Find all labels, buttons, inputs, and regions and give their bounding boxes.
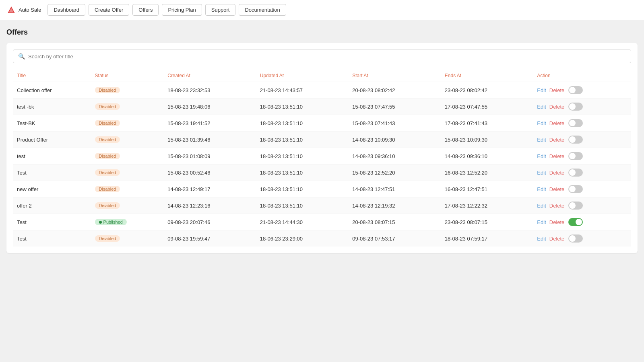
cell-start-at: 14-08-23 10:09:30	[348, 132, 441, 148]
col-action: Action	[533, 70, 631, 82]
cell-start-at: 20-08-23 08:02:42	[348, 82, 441, 99]
app-logo	[6, 5, 16, 15]
cell-status: Disabled	[91, 99, 164, 115]
cell-start-at: 14-08-23 09:36:10	[348, 148, 441, 165]
toggle-slider	[568, 119, 583, 127]
edit-button[interactable]: Edit	[537, 104, 546, 110]
cell-start-at: 14-08-23 12:47:51	[348, 181, 441, 197]
edit-button[interactable]: Edit	[537, 203, 546, 209]
delete-button[interactable]: Delete	[549, 219, 565, 225]
cell-status: Disabled	[91, 115, 164, 132]
cell-ends-at: 14-08-23 09:36:10	[441, 148, 533, 165]
cell-status: Disabled	[91, 82, 164, 99]
nav-create-offer[interactable]: Create Offer	[89, 4, 129, 16]
cell-action: EditDelete	[533, 132, 631, 148]
cell-status: Disabled	[91, 181, 164, 197]
action-cell: EditDelete	[537, 185, 627, 193]
status-badge: Disabled	[95, 202, 120, 209]
cell-created-at: 15-08-23 01:08:09	[163, 148, 256, 165]
action-cell: EditDelete	[537, 86, 627, 94]
action-cell: EditDelete	[537, 218, 627, 226]
delete-button[interactable]: Delete	[549, 104, 565, 110]
col-updated-at: Updated At	[256, 70, 349, 82]
cell-updated-at: 18-08-23 13:51:10	[256, 165, 349, 181]
status-badge: Disabled	[95, 136, 120, 143]
toggle-switch[interactable]	[568, 234, 583, 243]
offers-table: Title Status Created At Updated At Start…	[13, 70, 631, 247]
table-header-row: Title Status Created At Updated At Start…	[13, 70, 631, 82]
cell-status: Disabled	[91, 197, 164, 214]
cell-title: Test	[13, 214, 91, 230]
cell-action: EditDelete	[533, 148, 631, 165]
edit-button[interactable]: Edit	[537, 153, 546, 159]
cell-created-at: 15-08-23 01:39:46	[163, 132, 256, 148]
top-bar: Auto Sale Dashboard Create Offer Offers …	[0, 0, 644, 20]
edit-button[interactable]: Edit	[537, 137, 546, 143]
cell-start-at: 14-08-23 12:19:32	[348, 197, 441, 214]
search-input[interactable]	[28, 53, 626, 60]
toggle-switch[interactable]	[568, 136, 583, 144]
cell-created-at: 09-08-23 19:59:47	[163, 230, 256, 247]
toggle-switch[interactable]	[568, 103, 583, 111]
cell-action: EditDelete	[533, 214, 631, 230]
cell-created-at: 14-08-23 12:49:17	[163, 181, 256, 197]
table-row: testDisabled15-08-23 01:08:0918-08-23 13…	[13, 148, 631, 165]
toggle-switch[interactable]	[568, 86, 583, 94]
toggle-switch[interactable]	[568, 152, 583, 160]
edit-button[interactable]: Edit	[537, 186, 546, 192]
cell-updated-at: 21-08-23 14:44:30	[256, 214, 349, 230]
cell-created-at: 09-08-23 20:07:46	[163, 214, 256, 230]
cell-start-at: 20-08-23 08:07:15	[348, 214, 441, 230]
toggle-slider	[568, 218, 583, 226]
edit-button[interactable]: Edit	[537, 120, 546, 126]
table-row: TestPublished09-08-23 20:07:4621-08-23 1…	[13, 214, 631, 230]
toggle-switch[interactable]	[568, 218, 583, 226]
cell-created-at: 15-08-23 19:41:52	[163, 115, 256, 132]
col-status: Status	[91, 70, 164, 82]
delete-button[interactable]: Delete	[549, 137, 565, 143]
cell-ends-at: 17-08-23 07:47:55	[441, 99, 533, 115]
toggle-slider	[568, 86, 583, 94]
action-cell: EditDelete	[537, 103, 627, 111]
status-badge: Disabled	[95, 235, 120, 242]
cell-ends-at: 23-08-23 08:02:42	[441, 82, 533, 99]
nav-support[interactable]: Support	[205, 4, 236, 16]
status-badge: Disabled	[95, 103, 120, 110]
cell-action: EditDelete	[533, 181, 631, 197]
edit-button[interactable]: Edit	[537, 170, 546, 176]
nav-offers[interactable]: Offers	[132, 4, 159, 16]
cell-ends-at: 18-08-23 07:59:17	[441, 230, 533, 247]
edit-button[interactable]: Edit	[537, 236, 546, 242]
table-row: Test-BKDisabled15-08-23 19:41:5218-08-23…	[13, 115, 631, 132]
cell-status: Disabled	[91, 148, 164, 165]
cell-action: EditDelete	[533, 165, 631, 181]
nav-documentation[interactable]: Documentation	[239, 4, 286, 16]
delete-button[interactable]: Delete	[549, 170, 565, 176]
cell-created-at: 15-08-23 00:52:46	[163, 165, 256, 181]
toggle-switch[interactable]	[568, 185, 583, 193]
nav-dashboard[interactable]: Dashboard	[47, 4, 85, 16]
page-title: Offers	[6, 28, 638, 37]
cell-created-at: 15-08-23 19:48:06	[163, 99, 256, 115]
delete-button[interactable]: Delete	[549, 120, 565, 126]
status-badge: Disabled	[95, 186, 120, 192]
cell-updated-at: 18-06-23 23:29:00	[256, 230, 349, 247]
toggle-switch[interactable]	[568, 202, 583, 210]
cell-title: Test	[13, 230, 91, 247]
delete-button[interactable]: Delete	[549, 203, 565, 209]
delete-button[interactable]: Delete	[549, 153, 565, 159]
toggle-slider	[568, 234, 583, 243]
toggle-slider	[568, 185, 583, 193]
toggle-switch[interactable]	[568, 119, 583, 127]
edit-button[interactable]: Edit	[537, 219, 546, 225]
delete-button[interactable]: Delete	[549, 186, 565, 192]
search-bar: 🔍	[13, 49, 631, 63]
delete-button[interactable]: Delete	[549, 236, 565, 242]
cell-status: Disabled	[91, 230, 164, 247]
toggle-switch[interactable]	[568, 169, 583, 177]
nav-pricing-plan[interactable]: Pricing Plan	[162, 4, 202, 16]
edit-button[interactable]: Edit	[537, 87, 546, 93]
delete-button[interactable]: Delete	[549, 87, 565, 93]
status-badge: Disabled	[95, 120, 120, 126]
status-badge: Disabled	[95, 87, 120, 93]
